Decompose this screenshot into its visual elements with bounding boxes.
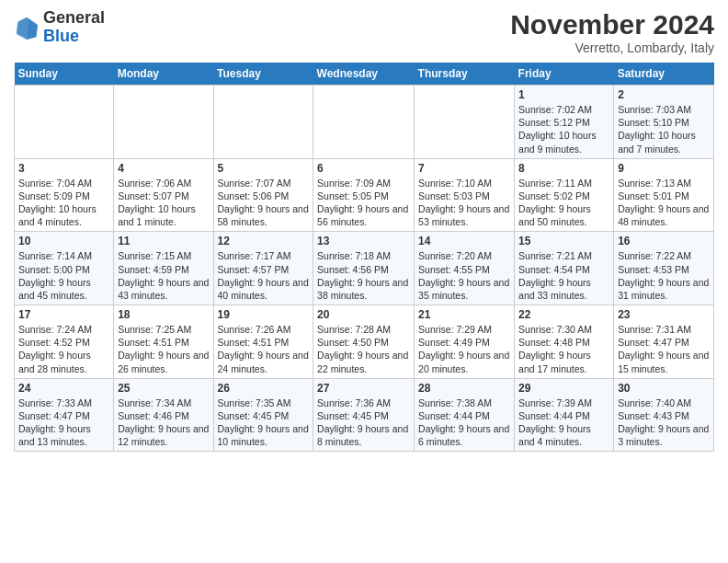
day-number: 14 [418, 235, 510, 247]
calendar-cell: 18Sunrise: 7:25 AM Sunset: 4:51 PM Dayli… [114, 305, 213, 379]
calendar-cell: 28Sunrise: 7:38 AM Sunset: 4:44 PM Dayli… [415, 378, 515, 452]
logo: General Blue [14, 9, 105, 46]
page-header: General Blue November 2024 Verretto, Lom… [14, 9, 714, 55]
calendar-cell: 8Sunrise: 7:11 AM Sunset: 5:02 PM Daylig… [515, 158, 614, 232]
day-number: 2 [618, 88, 710, 101]
weekday-header-row: SundayMondayTuesdayWednesdayThursdayFrid… [15, 63, 714, 86]
day-info: Sunrise: 7:21 AM Sunset: 4:54 PM Dayligh… [518, 249, 609, 302]
weekday-header-monday: Monday [114, 63, 213, 86]
weekday-header-wednesday: Wednesday [313, 63, 415, 86]
day-number: 16 [618, 235, 710, 247]
calendar-cell: 5Sunrise: 7:07 AM Sunset: 5:06 PM Daylig… [213, 158, 313, 232]
day-number: 10 [18, 235, 109, 247]
day-info: Sunrise: 7:03 AM Sunset: 5:10 PM Dayligh… [618, 103, 710, 155]
calendar-week-4: 17Sunrise: 7:24 AM Sunset: 4:52 PM Dayli… [15, 305, 714, 379]
day-info: Sunrise: 7:25 AM Sunset: 4:51 PM Dayligh… [118, 323, 209, 375]
calendar-week-2: 3Sunrise: 7:04 AM Sunset: 5:09 PM Daylig… [15, 158, 714, 232]
calendar-cell: 9Sunrise: 7:13 AM Sunset: 5:01 PM Daylig… [614, 158, 714, 232]
logo-blue: Blue [43, 27, 79, 45]
month-title: November 2024 [510, 9, 714, 40]
calendar-cell: 17Sunrise: 7:24 AM Sunset: 4:52 PM Dayli… [15, 305, 114, 379]
day-info: Sunrise: 7:04 AM Sunset: 5:09 PM Dayligh… [18, 177, 109, 229]
day-info: Sunrise: 7:34 AM Sunset: 4:46 PM Dayligh… [118, 396, 209, 449]
weekday-header-sunday: Sunday [15, 63, 114, 86]
day-info: Sunrise: 7:39 AM Sunset: 4:44 PM Dayligh… [518, 396, 609, 449]
calendar-cell: 25Sunrise: 7:34 AM Sunset: 4:46 PM Dayli… [114, 378, 213, 452]
calendar-cell: 16Sunrise: 7:22 AM Sunset: 4:53 PM Dayli… [614, 232, 714, 305]
day-number: 30 [618, 382, 710, 395]
day-info: Sunrise: 7:33 AM Sunset: 4:47 PM Dayligh… [18, 396, 109, 449]
calendar-cell: 26Sunrise: 7:35 AM Sunset: 4:45 PM Dayli… [213, 378, 313, 452]
day-info: Sunrise: 7:13 AM Sunset: 5:01 PM Dayligh… [618, 177, 710, 229]
calendar-cell: 12Sunrise: 7:17 AM Sunset: 4:57 PM Dayli… [213, 232, 313, 305]
day-info: Sunrise: 7:31 AM Sunset: 4:47 PM Dayligh… [618, 323, 710, 375]
calendar-table: SundayMondayTuesdayWednesdayThursdayFrid… [14, 63, 714, 452]
title-block: November 2024 Verretto, Lombardy, Italy [510, 9, 714, 55]
logo-icon [14, 15, 40, 40]
day-number: 9 [618, 162, 710, 175]
day-number: 24 [18, 382, 109, 395]
calendar-cell [313, 86, 415, 159]
day-info: Sunrise: 7:29 AM Sunset: 4:49 PM Dayligh… [418, 323, 510, 375]
day-number: 23 [618, 308, 710, 321]
calendar-cell: 21Sunrise: 7:29 AM Sunset: 4:49 PM Dayli… [415, 305, 515, 379]
calendar-cell: 11Sunrise: 7:15 AM Sunset: 4:59 PM Dayli… [114, 232, 213, 305]
day-number: 25 [118, 382, 209, 395]
calendar-cell: 19Sunrise: 7:26 AM Sunset: 4:51 PM Dayli… [213, 305, 313, 379]
day-info: Sunrise: 7:28 AM Sunset: 4:50 PM Dayligh… [317, 323, 410, 375]
calendar-cell [213, 86, 313, 159]
calendar-cell: 10Sunrise: 7:14 AM Sunset: 5:00 PM Dayli… [15, 232, 114, 305]
calendar-cell [114, 86, 213, 159]
calendar-cell: 4Sunrise: 7:06 AM Sunset: 5:07 PM Daylig… [114, 158, 213, 232]
logo-general: General [43, 8, 105, 27]
calendar-cell: 27Sunrise: 7:36 AM Sunset: 4:45 PM Dayli… [313, 378, 415, 452]
day-info: Sunrise: 7:38 AM Sunset: 4:44 PM Dayligh… [418, 396, 510, 449]
calendar-cell: 2Sunrise: 7:03 AM Sunset: 5:10 PM Daylig… [614, 86, 714, 159]
day-info: Sunrise: 7:18 AM Sunset: 4:56 PM Dayligh… [317, 249, 410, 302]
location: Verretto, Lombardy, Italy [510, 40, 714, 55]
day-info: Sunrise: 7:02 AM Sunset: 5:12 PM Dayligh… [518, 103, 609, 155]
calendar-cell: 29Sunrise: 7:39 AM Sunset: 4:44 PM Dayli… [515, 378, 614, 452]
day-number: 17 [18, 308, 109, 321]
calendar-cell: 14Sunrise: 7:20 AM Sunset: 4:55 PM Dayli… [415, 232, 515, 305]
weekday-header-friday: Friday [515, 63, 614, 86]
day-number: 29 [518, 382, 609, 395]
day-number: 18 [118, 308, 209, 321]
day-number: 5 [218, 162, 310, 175]
calendar-week-1: 1Sunrise: 7:02 AM Sunset: 5:12 PM Daylig… [15, 86, 714, 159]
day-info: Sunrise: 7:35 AM Sunset: 4:45 PM Dayligh… [218, 396, 310, 449]
day-info: Sunrise: 7:22 AM Sunset: 4:53 PM Dayligh… [618, 249, 710, 302]
calendar-cell: 30Sunrise: 7:40 AM Sunset: 4:43 PM Dayli… [614, 378, 714, 452]
calendar-cell: 15Sunrise: 7:21 AM Sunset: 4:54 PM Dayli… [515, 232, 614, 305]
calendar-week-5: 24Sunrise: 7:33 AM Sunset: 4:47 PM Dayli… [15, 378, 714, 452]
day-info: Sunrise: 7:24 AM Sunset: 4:52 PM Dayligh… [18, 323, 109, 375]
day-number: 7 [418, 162, 510, 175]
calendar-cell: 7Sunrise: 7:10 AM Sunset: 5:03 PM Daylig… [415, 158, 515, 232]
day-number: 4 [118, 162, 209, 175]
day-number: 13 [317, 235, 410, 247]
calendar-cell: 22Sunrise: 7:30 AM Sunset: 4:48 PM Dayli… [515, 305, 614, 379]
day-number: 22 [518, 308, 609, 321]
calendar-cell: 20Sunrise: 7:28 AM Sunset: 4:50 PM Dayli… [313, 305, 415, 379]
day-number: 20 [317, 308, 410, 321]
day-info: Sunrise: 7:40 AM Sunset: 4:43 PM Dayligh… [618, 396, 710, 449]
calendar-cell: 3Sunrise: 7:04 AM Sunset: 5:09 PM Daylig… [15, 158, 114, 232]
day-number: 6 [317, 162, 410, 175]
weekday-header-saturday: Saturday [614, 63, 714, 86]
day-number: 3 [18, 162, 109, 175]
calendar-cell: 23Sunrise: 7:31 AM Sunset: 4:47 PM Dayli… [614, 305, 714, 379]
day-info: Sunrise: 7:20 AM Sunset: 4:55 PM Dayligh… [418, 249, 510, 302]
calendar-cell: 6Sunrise: 7:09 AM Sunset: 5:05 PM Daylig… [313, 158, 415, 232]
day-info: Sunrise: 7:11 AM Sunset: 5:02 PM Dayligh… [518, 177, 609, 229]
calendar-cell [415, 86, 515, 159]
logo-text: General Blue [43, 9, 105, 46]
day-number: 1 [518, 88, 609, 101]
weekday-header-tuesday: Tuesday [213, 63, 313, 86]
day-info: Sunrise: 7:14 AM Sunset: 5:00 PM Dayligh… [18, 249, 109, 302]
day-number: 12 [218, 235, 310, 247]
day-info: Sunrise: 7:17 AM Sunset: 4:57 PM Dayligh… [218, 249, 310, 302]
calendar-week-3: 10Sunrise: 7:14 AM Sunset: 5:00 PM Dayli… [15, 232, 714, 305]
day-number: 8 [518, 162, 609, 175]
calendar-cell: 1Sunrise: 7:02 AM Sunset: 5:12 PM Daylig… [515, 86, 614, 159]
day-info: Sunrise: 7:06 AM Sunset: 5:07 PM Dayligh… [118, 177, 209, 229]
